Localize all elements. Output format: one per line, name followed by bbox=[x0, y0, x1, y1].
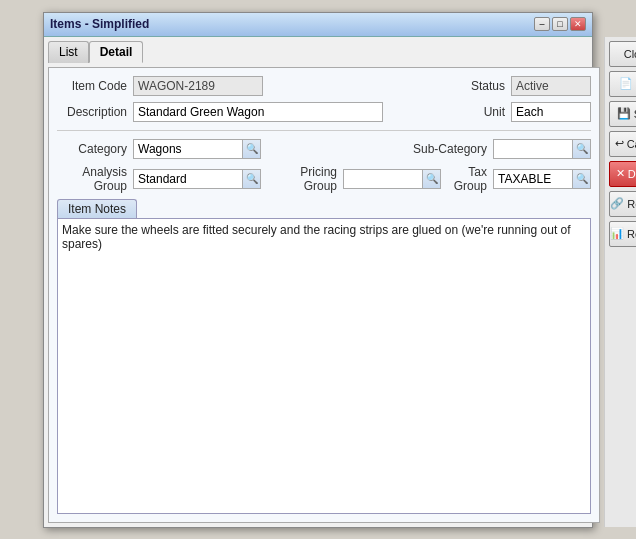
tax-group-wrapper: 🔍 bbox=[493, 169, 591, 189]
title-bar: Items - Simplified – □ ✕ bbox=[44, 13, 592, 37]
divider bbox=[57, 130, 591, 131]
analysis-row: Analysis Group 🔍 Pricing Group 🔍 Tax Gro… bbox=[57, 165, 591, 193]
tax-group-input[interactable] bbox=[493, 169, 573, 189]
tab-detail[interactable]: Detail bbox=[89, 41, 144, 63]
related-button-label: Related bbox=[627, 198, 636, 210]
maximize-button[interactable]: □ bbox=[552, 17, 568, 31]
main-window: Items - Simplified – □ ✕ List Detail Ite… bbox=[43, 12, 593, 528]
notes-section: Item Notes Make sure the wheels are fitt… bbox=[57, 199, 591, 514]
reports-button[interactable]: 📊 Reports bbox=[609, 221, 636, 247]
category-row: Category 🔍 Sub-Category 🔍 bbox=[57, 139, 591, 159]
analysis-group-input[interactable] bbox=[133, 169, 243, 189]
item-code-row: Item Code Status bbox=[57, 76, 591, 96]
subcategory-label: Sub-Category bbox=[413, 142, 487, 156]
notes-tab-label: Item Notes bbox=[57, 199, 137, 218]
subcategory-wrapper: 🔍 bbox=[493, 139, 591, 159]
tax-group-dropdown-button[interactable]: 🔍 bbox=[573, 169, 591, 189]
pricing-group-label: Pricing Group bbox=[267, 165, 337, 193]
add-icon: 📄 bbox=[619, 77, 633, 90]
status-input bbox=[511, 76, 591, 96]
reports-icon: 📊 bbox=[610, 227, 624, 240]
delete-button-label: Delete bbox=[628, 168, 636, 180]
tab-content: Item Code Status Description Unit bbox=[48, 67, 600, 523]
item-code-label: Item Code bbox=[57, 79, 127, 93]
analysis-group-dropdown-button[interactable]: 🔍 bbox=[243, 169, 261, 189]
content-area: List Detail Item Code Status Description bbox=[44, 37, 592, 527]
pricing-group-input[interactable] bbox=[343, 169, 423, 189]
close-button[interactable]: Close bbox=[609, 41, 636, 67]
main-panel: List Detail Item Code Status Description bbox=[44, 37, 604, 527]
description-input[interactable] bbox=[133, 102, 383, 122]
description-row: Description Unit bbox=[57, 102, 591, 122]
title-controls: – □ ✕ bbox=[534, 17, 586, 31]
unit-label: Unit bbox=[465, 105, 505, 119]
category-label: Category bbox=[57, 142, 127, 156]
side-buttons-panel: Close 📄 Add 💾 Save ↩ Cancel ✕ Delete 🔗 R… bbox=[604, 37, 636, 527]
notes-textarea[interactable]: Make sure the wheels are fitted securely… bbox=[57, 218, 591, 514]
window-close-button[interactable]: ✕ bbox=[570, 17, 586, 31]
related-button[interactable]: 🔗 Related bbox=[609, 191, 636, 217]
window-title: Items - Simplified bbox=[50, 17, 149, 31]
tab-bar: List Detail bbox=[48, 41, 600, 63]
analysis-group-label: Analysis Group bbox=[57, 165, 127, 193]
tab-list[interactable]: List bbox=[48, 41, 89, 63]
cancel-button[interactable]: ↩ Cancel bbox=[609, 131, 636, 157]
minimize-button[interactable]: – bbox=[534, 17, 550, 31]
category-dropdown-button[interactable]: 🔍 bbox=[243, 139, 261, 159]
save-icon: 💾 bbox=[617, 107, 631, 120]
description-label: Description bbox=[57, 105, 127, 119]
add-button[interactable]: 📄 Add bbox=[609, 71, 636, 97]
pricing-group-wrapper: 🔍 bbox=[343, 169, 441, 189]
subcategory-dropdown-button[interactable]: 🔍 bbox=[573, 139, 591, 159]
category-input[interactable] bbox=[133, 139, 243, 159]
close-button-label: Close bbox=[624, 48, 636, 60]
reports-button-label: Reports bbox=[627, 228, 636, 240]
unit-input[interactable] bbox=[511, 102, 591, 122]
related-icon: 🔗 bbox=[610, 197, 624, 210]
delete-icon: ✕ bbox=[616, 167, 625, 180]
item-code-input[interactable] bbox=[133, 76, 263, 96]
analysis-group-wrapper: 🔍 bbox=[133, 169, 261, 189]
category-wrapper: 🔍 bbox=[133, 139, 261, 159]
subcategory-input[interactable] bbox=[493, 139, 573, 159]
tax-group-label: Tax Group bbox=[447, 165, 487, 193]
save-button[interactable]: 💾 Save bbox=[609, 101, 636, 127]
delete-button[interactable]: ✕ Delete bbox=[609, 161, 636, 187]
cancel-icon: ↩ bbox=[615, 137, 624, 150]
cancel-button-label: Cancel bbox=[627, 138, 636, 150]
status-label: Status bbox=[465, 79, 505, 93]
pricing-group-dropdown-button[interactable]: 🔍 bbox=[423, 169, 441, 189]
